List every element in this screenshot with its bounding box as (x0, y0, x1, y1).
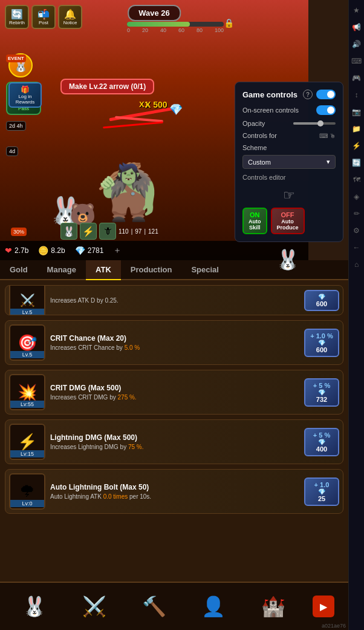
nav-item-bunny[interactable]: 🐰 (14, 586, 55, 627)
opacity-slider[interactable] (293, 122, 336, 125)
skill-info-crit-dmg: CRIT DMG (Max 500) Increases CRIT DMG by… (50, 384, 299, 401)
notice-label: Notice (63, 20, 77, 25)
upgrade-btn-partial[interactable]: 💎 600 (304, 290, 339, 311)
timer-badge-2: 4d (6, 146, 18, 156)
nav-item-profile[interactable]: 👤 (193, 586, 234, 627)
controls-for-icons: ⌨ 🖱 (319, 133, 336, 139)
bs-refresh-button[interactable]: 🔄 (350, 156, 363, 169)
upgrade-plus-crit-dmg: + 5 % (313, 382, 330, 389)
bs-star-button[interactable]: ★ (350, 4, 363, 17)
game-controls-toggle[interactable] (316, 90, 336, 99)
skill-name-crit-dmg: CRIT DMG (Max 500) (50, 384, 299, 392)
tab-gold[interactable]: Gold (0, 260, 37, 280)
skill-icon-crit-chance: 🎯 Lv.5 (9, 324, 45, 361)
panel-title-text: Game controls (242, 90, 297, 99)
skill-desc-lightning-dmg: Increases Lightning DMG by 75 %. (50, 443, 299, 451)
percent-badge: 30% (11, 228, 27, 236)
tab-manage[interactable]: Manage (37, 260, 86, 280)
bs-folder-button[interactable]: 📁 (350, 122, 363, 136)
nav-item-hammer[interactable]: 🔨 (134, 586, 175, 627)
bs-broadcast-button[interactable]: 📢 (350, 21, 363, 34)
bs-map-button[interactable]: 🗺 (350, 173, 363, 186)
login-rewards-button[interactable]: 🎁 Log in Rewards (8, 82, 42, 108)
bs-home-button[interactable]: ⌂ (350, 258, 363, 271)
skill-icon-auto-lightning: 🌩 Lv:0 (9, 473, 45, 510)
upgrade-cost-lightning-dmg: 400 (316, 445, 327, 453)
upgrade-btn-crit-chance[interactable]: + 1.0 % 💎 600 (304, 329, 339, 357)
skill-level-lightning-dmg: Lv:15 (10, 450, 44, 458)
panel-title-icons: ? (303, 90, 336, 99)
upgrade-btn-auto-lightning[interactable]: + 1.0 💎 25 (304, 477, 339, 506)
bs-flash-button[interactable]: ⚡ (350, 139, 363, 153)
bs-edit-button[interactable]: ✏ (350, 207, 363, 220)
timer1-text: 2d 4h (9, 123, 23, 129)
tab-production[interactable]: Production (121, 260, 182, 280)
upgrade-diamond-lightning-dmg: 💎 (318, 439, 325, 445)
controls-editor-link[interactable]: Controls editor (242, 174, 336, 181)
bs-back-button[interactable]: ← (350, 241, 363, 254)
lock-icon: 🔒 (224, 18, 234, 28)
timer-badge-1: 2d 4h (6, 121, 26, 131)
lower-section: 🐰 Gold Manage ATK Production Special ⚔️ … (0, 260, 348, 630)
skill-desc-crit-dmg: Increases CRIT DMG by 275 %. (50, 393, 299, 401)
progress-bar: 0 20 40 60 80 100 (127, 22, 224, 33)
progress-fill (127, 22, 190, 27)
post-button[interactable]: 📬 Post (31, 5, 56, 29)
bs-volume-button[interactable]: 🔊 (350, 38, 363, 51)
help-icon[interactable]: ? (303, 90, 313, 99)
make-arrow-text: Make Lv.22 arrow (0/1) (69, 82, 146, 91)
boss-character: 🧌 (94, 160, 161, 224)
char-icon-3: 🗡 (99, 223, 116, 240)
upgrade-diamond-icon: 💎 (318, 294, 325, 300)
rebirth-label: Rebirth (9, 20, 25, 25)
hp-value: 2.7b (15, 246, 28, 255)
scheme-label: Scheme (242, 144, 336, 151)
make-arrow-notification: Make Lv.22 arrow (0/1) (60, 79, 154, 94)
heart-icon: ❤ (5, 246, 12, 255)
bs-camera-button[interactable]: 📷 (350, 105, 363, 119)
gem-icon: 💎 (169, 103, 183, 116)
dropdown-chevron-icon: ▾ (327, 158, 330, 166)
bluestack-sidebar: ★ 📢 🔊 ⌨ 🎮 ↕ 📷 📁 ⚡ 🔄 🗺 ◈ ✏ ⚙ ← ⌂ (348, 0, 364, 630)
opacity-thumb (317, 120, 323, 126)
upgrade-btn-crit-dmg[interactable]: + 5 % 💎 732 (304, 378, 339, 407)
nav-item-sword[interactable]: ⚔️ (74, 586, 115, 627)
bs-settings-button[interactable]: ⚙ (350, 224, 363, 237)
bs-keyboard-button[interactable]: ⌨ (350, 54, 363, 68)
skill-icon-partial: ⚔️ Lv.5 (9, 285, 45, 315)
skill-desc-crit-chance: Increases CRIT Chance by 5.0 % (50, 344, 299, 352)
game-controls-panel: Game controls ? On-screen controls Opaci… (235, 82, 343, 242)
auto-produce-button[interactable]: OFF Auto Produce (271, 208, 305, 234)
top-icons-row: 🔄 Rebirth 📬 Post 🔔 Notice (5, 5, 82, 29)
skill-info-partial: Increases ATK D by 0.25. (50, 297, 299, 304)
tab-atk[interactable]: ATK (86, 260, 121, 280)
tab-special[interactable]: Special (181, 260, 229, 280)
auto-skill-button[interactable]: ON Auto Skill (242, 208, 267, 234)
char-stat-3: 121 (148, 228, 158, 235)
nav-item-play[interactable]: ▶ (313, 596, 334, 617)
wave-text: Wave 26 (138, 8, 170, 18)
upgrade-btn-lightning-dmg[interactable]: + 5 % 💎 400 (304, 428, 339, 456)
upgrade-cost-partial: 600 (316, 300, 327, 307)
skill-item-crit-chance: 🎯 Lv.5 CRIT Chance (Max 20) Increases CR… (5, 320, 343, 365)
skill-name-lightning-dmg: Lightning DMG (Max 500) (50, 433, 299, 442)
skill-info-crit-chance: CRIT Chance (Max 20) Increases CRIT Chan… (50, 334, 299, 352)
controls-for-label: Controls for (242, 132, 277, 139)
rebirth-button[interactable]: 🔄 Rebirth (5, 5, 29, 29)
event-badge: EVENT (6, 54, 26, 62)
bs-layers-button[interactable]: ◈ (350, 190, 363, 203)
diamonds-value: 2781 (88, 246, 104, 255)
upgrade-plus-crit-chance: + 1.0 % (310, 332, 333, 340)
bs-gamepad-button[interactable]: 🎮 (350, 71, 363, 85)
notice-button[interactable]: 🔔 Notice (58, 5, 82, 29)
skill-item-auto-lightning: 🌩 Lv:0 Auto Lightning Bolt (Max 50) Auto… (5, 469, 343, 514)
scheme-dropdown[interactable]: Custom ▾ (242, 155, 336, 169)
char-stat-1: 110 (119, 228, 129, 235)
plus-button[interactable]: ＋ (113, 245, 122, 256)
on-screen-toggle[interactable] (316, 105, 336, 115)
char-icons-bar: 🐰 ⚡ 🗡 110 | 97 | 121 (60, 223, 158, 240)
bs-resize-button[interactable]: ↕ (350, 88, 363, 102)
nav-item-castle[interactable]: 🏰 (253, 586, 294, 627)
coin-icon: 🪙 (38, 246, 48, 255)
skill-name-auto-lightning: Auto Lightning Bolt (Max 50) (50, 483, 299, 491)
